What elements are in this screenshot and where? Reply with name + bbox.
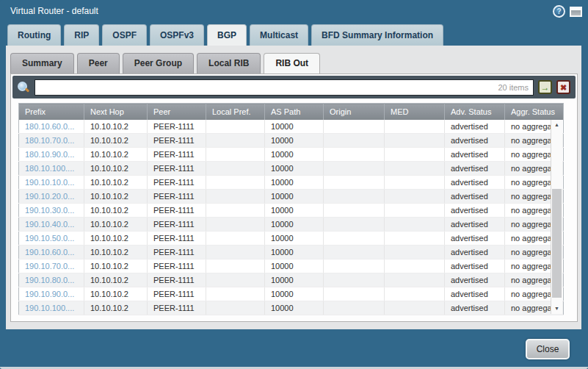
dialog-title: Virtual Router - default [10, 0, 98, 22]
cell-med [385, 218, 445, 232]
table-row[interactable]: 190.10.50.0...10.10.10.2PEER-111110000ad… [19, 232, 564, 246]
cell-peer: PEER-1111 [148, 273, 206, 287]
tab-ospf[interactable]: OSPF [102, 24, 147, 46]
table-row[interactable]: 190.10.90.0...10.10.10.2PEER-111110000ad… [19, 287, 564, 301]
subtab-summary[interactable]: Summary [10, 53, 74, 74]
tab-multicast[interactable]: Multicast [250, 24, 308, 46]
cell-origin [324, 218, 385, 232]
window-icon[interactable] [570, 7, 582, 17]
table-row[interactable]: 180.10.70.0...10.10.10.2PEER-111110000ad… [19, 134, 564, 148]
sub-tab-strip: SummaryPeerPeer GroupLocal RIBRIB Out [10, 53, 320, 74]
cell-peer: PEER-1111 [148, 232, 206, 246]
column-header-med[interactable]: MED [385, 104, 445, 120]
column-header-peer[interactable]: Peer [148, 104, 206, 120]
cell-origin [324, 120, 385, 134]
cell-peer: PEER-1111 [148, 176, 206, 190]
tab-rip[interactable]: RIP [64, 24, 99, 46]
cell-as_path: 10000 [265, 218, 324, 232]
column-header-origin[interactable]: Origin [324, 104, 385, 120]
cell-med [385, 120, 445, 134]
cell-adv_status: advertised [445, 301, 505, 315]
titlebar-icons: ? [553, 5, 582, 18]
column-header-adv-status[interactable]: Adv. Status [445, 104, 505, 120]
cell-origin [324, 246, 385, 259]
cell-adv_status: advertised [445, 246, 505, 259]
cell-med [385, 246, 445, 259]
cell-next_hop: 10.10.10.2 [84, 218, 148, 232]
cell-peer: PEER-1111 [148, 287, 206, 301]
cell-as_path: 10000 [265, 120, 324, 134]
cell-adv_status: advertised [445, 218, 505, 232]
cell-next_hop: 10.10.10.2 [84, 287, 148, 301]
table-row[interactable]: 190.10.100....10.10.10.2PEER-111110000ad… [19, 301, 564, 315]
table-row[interactable]: 180.10.90.0...10.10.10.2PEER-111110000ad… [19, 148, 564, 162]
tab-bfd-summary-information[interactable]: BFD Summary Information [311, 24, 443, 46]
table-row[interactable]: 180.10.100....10.10.10.2PEER-111110000ad… [19, 162, 564, 176]
vertical-scrollbar[interactable]: ▲ ▼ [551, 120, 562, 314]
close-button[interactable]: Close [526, 339, 570, 359]
cell-prefix: 190.10.100.... [19, 301, 84, 315]
tab-ospfv3[interactable]: OSPFv3 [150, 24, 204, 46]
table-row[interactable]: 190.10.20.0...10.10.10.2PEER-111110000ad… [19, 190, 564, 204]
filter-input-wrap: 20 items [35, 79, 534, 96]
cell-adv_status: advertised [445, 148, 505, 162]
cell-adv_status: advertised [445, 162, 505, 176]
table-row[interactable]: 190.10.80.0...10.10.10.2PEER-111110000ad… [19, 273, 564, 287]
cell-next_hop: 10.10.10.2 [84, 204, 148, 218]
subtab-peer-group[interactable]: Peer Group [123, 53, 194, 74]
cell-adv_status: advertised [445, 232, 505, 246]
table-row[interactable]: 180.10.60.0...10.10.10.2PEER-111110000ad… [19, 120, 564, 134]
cell-local_pref [206, 246, 265, 259]
column-header-aggr-status[interactable]: Aggr. Status [505, 104, 564, 120]
column-header-as-path[interactable]: AS Path [265, 104, 324, 120]
cell-local_pref [206, 273, 265, 287]
table-row[interactable]: 190.10.70.0...10.10.10.2PEER-111110000ad… [19, 259, 564, 273]
cell-prefix: 190.10.90.0... [19, 287, 84, 301]
subtab-peer[interactable]: Peer [77, 53, 120, 74]
help-icon[interactable]: ? [553, 5, 565, 18]
table-row[interactable]: 190.10.40.0...10.10.10.2PEER-111110000ad… [19, 218, 564, 232]
cell-adv_status: advertised [445, 176, 505, 190]
filter-input[interactable] [35, 80, 498, 95]
column-header-prefix[interactable]: Prefix [19, 104, 84, 120]
cell-med [385, 190, 445, 204]
column-header-next-hop[interactable]: Next Hop [84, 104, 148, 120]
subtab-local-rib[interactable]: Local RIB [197, 53, 261, 74]
cell-next_hop: 10.10.10.2 [84, 120, 148, 134]
cell-local_pref [206, 232, 265, 246]
cell-local_pref [206, 176, 265, 190]
cell-prefix: 190.10.60.0... [19, 246, 84, 259]
subtab-rib-out[interactable]: RIB Out [264, 53, 320, 74]
cell-origin [324, 176, 385, 190]
title-bar: Virtual Router - default ? [0, 0, 588, 22]
cell-local_pref [206, 204, 265, 218]
scroll-down-arrow-icon[interactable]: ▼ [551, 304, 562, 314]
cell-peer: PEER-1111 [148, 246, 206, 259]
cell-adv_status: advertised [445, 204, 505, 218]
rib-out-panel: 20 items → ✖ PrefixNext HopPeerLocal Pre… [10, 74, 578, 322]
scroll-up-arrow-icon[interactable]: ▲ [551, 120, 562, 130]
cell-peer: PEER-1111 [148, 148, 206, 162]
table-row[interactable]: 190.10.10.0...10.10.10.2PEER-111110000ad… [19, 176, 564, 190]
cell-origin [324, 190, 385, 204]
scrollbar-thumb[interactable] [552, 189, 562, 298]
column-header-local-pref[interactable]: Local Pref. [206, 104, 265, 120]
apply-filter-button[interactable]: → [538, 80, 552, 94]
rib-out-table: PrefixNext HopPeerLocal Pref.AS PathOrig… [18, 103, 564, 315]
cell-next_hop: 10.10.10.2 [84, 301, 148, 315]
cell-as_path: 10000 [265, 301, 324, 315]
tab-bgp[interactable]: BGP [207, 24, 247, 46]
table-row[interactable]: 190.10.30.0...10.10.10.2PEER-111110000ad… [19, 204, 564, 218]
cell-origin [324, 287, 385, 301]
cell-local_pref [206, 134, 265, 148]
cell-prefix: 190.10.80.0... [19, 273, 84, 287]
cell-local_pref [206, 301, 265, 315]
cell-as_path: 10000 [265, 273, 324, 287]
cell-local_pref [206, 190, 265, 204]
clear-filter-button[interactable]: ✖ [556, 80, 570, 94]
tab-routing[interactable]: Routing [7, 24, 61, 46]
cell-adv_status: advertised [445, 287, 505, 301]
table-row[interactable]: 190.10.60.0...10.10.10.2PEER-111110000ad… [19, 246, 564, 259]
content-panel: SummaryPeerPeer GroupLocal RIBRIB Out 20… [6, 46, 581, 329]
cell-next_hop: 10.10.10.2 [84, 190, 148, 204]
